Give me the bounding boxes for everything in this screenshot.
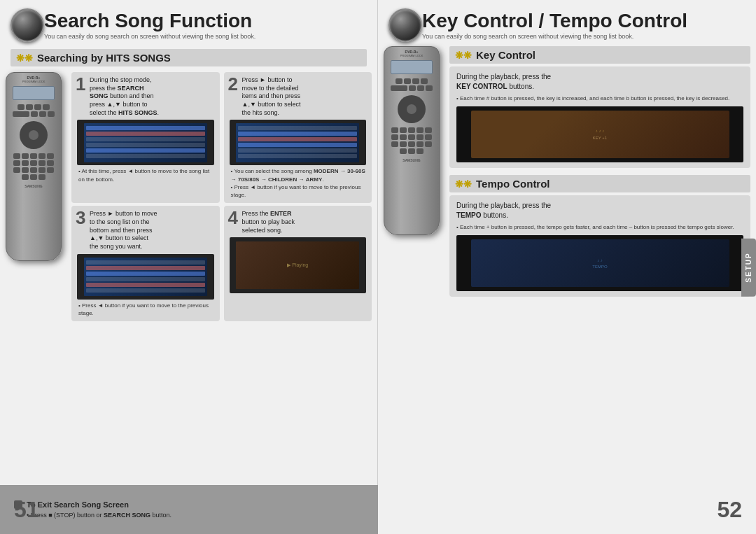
tempo-control-screenshot: ♪ ♪ TEMPO (456, 235, 743, 291)
step-1-number: 1 (76, 75, 85, 93)
key-control-title: Key Control (476, 49, 536, 61)
page-number-51: 51 (14, 497, 39, 523)
key-control-screenshot: ♪ ♪ ♪ KEY +1 (456, 106, 743, 162)
left-section-title: Search Song Function (44, 10, 255, 32)
step-1-box: 1 During the stop mode, press the SEARCH… (71, 72, 220, 203)
step-4-screenshot: ▶ Playing (230, 237, 367, 293)
step-3-box: 3 Press ► button to move to the song lis… (71, 206, 220, 321)
right-section-header: Key Control / Tempo Control You can easi… (378, 0, 756, 45)
step-2-screenshot (230, 120, 367, 165)
page-number-52: 52 (717, 497, 742, 523)
left-footer: To Exit Search Song Screen • Press ■ (ST… (0, 485, 378, 534)
left-section-subtitle: You can easily do song search on screen … (44, 33, 255, 40)
tempo-control-info: During the playback, press the TEMPO but… (449, 195, 750, 297)
step-4-number: 4 (228, 209, 238, 227)
step-3-screenshot (77, 254, 214, 300)
key-control-bullet: ❋❋ (455, 50, 472, 61)
hits-songs-header: ❋❋ Searching by HITS SONGS (10, 49, 367, 66)
right-section-subtitle: You can easily do song search on screen … (422, 33, 687, 40)
tempo-control-header: ❋❋ Tempo Control (449, 175, 750, 192)
left-section-header: Search Song Function You can easily do s… (0, 0, 377, 45)
step-2-text: Press ► button to move to the detailed i… (230, 76, 301, 117)
key-control-main-text: During the playback, press the KEY CONTR… (456, 72, 743, 92)
step-3-notes: • Press ◄ button if you want to move to … (77, 300, 214, 317)
remote-control-right: DVD-R+ PROGRAM LOCK (384, 46, 445, 300)
footer-title: To Exit Search Song Screen (27, 500, 129, 509)
key-control-header: ❋❋ Key Control (449, 46, 750, 64)
step-3-number: 3 (76, 209, 85, 227)
step-2-box: 2 Press ► button to move to the detailed… (224, 72, 372, 203)
tempo-control-bullet: ❋❋ (455, 178, 472, 190)
setup-tab: SETUP (741, 238, 756, 296)
right-logo-icon (388, 8, 422, 42)
bullet-icon-1: ❋❋ (16, 52, 33, 64)
step-3-text: Press ► button to move to the song list … (77, 210, 157, 251)
hits-songs-title: Searching by HITS SONGS (37, 52, 171, 64)
step-2-notes: • You can select the song among MODERN →… (230, 165, 367, 199)
tempo-control-notes: • Each time + button is pressed, the tem… (456, 223, 743, 231)
footer-text: • Press ■ (STOP) button or SEARCH SONG b… (14, 512, 364, 519)
step-4-box: 4 Press the ENTER button to play back se… (224, 206, 372, 321)
tempo-control-main-text: During the playback, press the TEMPO but… (456, 201, 743, 220)
step-1-text: During the stop mode, press the SEARCHSO… (77, 76, 159, 117)
step-2-number: 2 (228, 75, 238, 93)
key-control-notes: • Each time # button is pressed, the key… (456, 94, 743, 102)
right-section-title: Key Control / Tempo Control (422, 10, 687, 32)
step-1-notes: • At this time, press ◄ button to move t… (77, 165, 214, 183)
step-4-text: Press the ENTER button to play back sele… (230, 210, 295, 234)
key-control-info: During the playback, press the KEY CONTR… (449, 66, 750, 168)
remote-control-left: DVD-R+ PROGRAM LOCK (6, 72, 67, 321)
step-1-screenshot (77, 120, 214, 165)
left-logo-icon (10, 8, 44, 42)
tempo-control-title: Tempo Control (476, 178, 550, 190)
